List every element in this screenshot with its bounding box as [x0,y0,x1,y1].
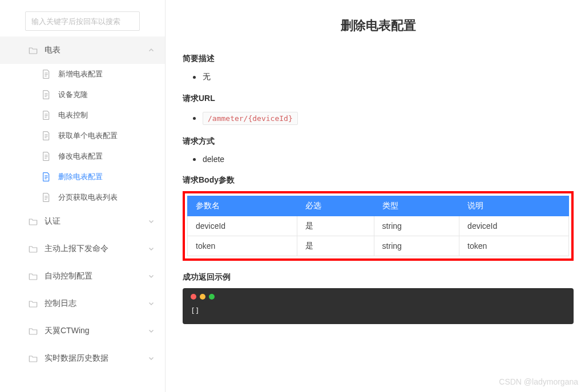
page-title: 删除电表配置 [183,17,574,34]
code-block: [] [183,288,574,324]
nav-group-label: 控制日志 [45,298,148,309]
section-brief-title: 简要描述 [183,54,574,64]
dot-yellow-icon [200,294,205,300]
chevron-up-icon [148,47,155,54]
sidebar: 电表新增电表配置设备克隆电表控制获取单个电表配置修改电表配置删除电表配置分页获取… [0,0,166,392]
nav-group-header[interactable]: 认证 [0,208,165,235]
nav-sub-label: 获取单个电表配置 [58,131,118,141]
nav-group-label: 主动上报下发命令 [45,244,148,254]
success-code: [] [191,306,566,315]
table-header-cell: 类型 [374,196,459,216]
nav-group-label: 电表 [45,45,148,55]
section-body-params-title: 请求Body参数 [183,175,574,185]
nav-list: 电表新增电表配置设备克隆电表控制获取单个电表配置修改电表配置删除电表配置分页获取… [0,37,165,372]
nav-sub-label: 新增电表配置 [58,69,103,79]
file-icon [42,193,50,202]
nav-sub-label: 设备克隆 [58,90,88,100]
nav-group-header[interactable]: 电表 [0,37,165,64]
params-highlight-box: 参数名必选类型说明 deviceId是stringdeviceIdtoken是s… [183,191,574,261]
nav-group-label: 自动控制配置 [45,271,148,281]
nav-sub-item[interactable]: 设备克隆 [0,84,165,105]
nav-sub-item[interactable]: 获取单个电表配置 [0,126,165,146]
chevron-down-icon [148,273,155,280]
nav-sub-item[interactable]: 修改电表配置 [0,146,165,167]
folder-icon [29,354,38,362]
chevron-down-icon [148,355,155,362]
nav-sub-label: 分页获取电表列表 [58,192,118,203]
file-icon [42,131,50,140]
table-row: token是stringtoken [188,236,569,256]
table-cell: string [374,236,459,256]
folder-icon [29,46,38,54]
bullet-icon [193,76,196,79]
url-value: /ammeter/{deviceId} [203,112,298,125]
nav-group-header[interactable]: 主动上报下发命令 [0,235,165,262]
nav-group-label: 认证 [45,216,148,227]
brief-value: 无 [203,72,211,82]
folder-icon [29,272,38,280]
brief-value-line: 无 [183,70,574,84]
nav-sub-label: 修改电表配置 [58,151,103,161]
nav-group-header[interactable]: 自动控制配置 [0,262,165,290]
folder-icon [29,245,38,253]
nav-sub-label: 电表控制 [58,110,88,120]
url-value-line: /ammeter/{deviceId} [183,110,574,127]
code-dots [191,294,566,300]
folder-icon [29,217,38,225]
bullet-icon [193,117,196,120]
table-cell: string [374,216,459,236]
folder-icon [29,327,38,335]
file-icon [42,70,50,79]
file-icon [42,111,50,120]
nav-sub-item[interactable]: 电表控制 [0,105,165,126]
chevron-down-icon [148,328,155,334]
params-table: 参数名必选类型说明 deviceId是stringdeviceIdtoken是s… [187,196,569,256]
table-header-cell: 参数名 [188,196,297,216]
nav-group-header[interactable]: 实时数据历史数据 [0,345,165,372]
nav-sub-label: 删除电表配置 [58,172,103,182]
nav-group-header[interactable]: 天翼CTWing [0,317,165,345]
table-header-cell: 说明 [459,196,569,216]
nav-sub-item[interactable]: 新增电表配置 [0,64,165,84]
nav-group-label: 实时数据历史数据 [45,353,148,363]
nav-group-header[interactable]: 控制日志 [0,290,165,317]
bullet-icon [193,158,196,161]
dot-green-icon [209,294,215,300]
table-header-cell: 必选 [297,196,374,216]
file-icon [42,90,50,99]
table-cell: 是 [297,236,374,256]
dot-red-icon [191,294,196,300]
table-cell: deviceId [459,216,569,236]
nav-group-label: 天翼CTWing [45,326,148,336]
table-row: deviceId是stringdeviceId [188,216,569,236]
file-icon [42,152,50,161]
file-icon [42,172,50,181]
search-input[interactable] [25,11,140,31]
main-content: 删除电表配置 简要描述 无 请求URL /ammeter/{deviceId} … [166,0,585,392]
table-cell: deviceId [188,216,297,236]
section-success-title: 成功返回示例 [183,272,574,282]
chevron-down-icon [148,218,155,225]
search-wrap [0,11,165,37]
method-value: delete [203,155,224,164]
chevron-down-icon [148,245,155,252]
method-value-line: delete [183,152,574,166]
chevron-down-icon [148,300,155,307]
section-url-title: 请求URL [183,94,574,104]
table-cell: token [188,236,297,256]
table-cell: token [459,236,569,256]
nav-sub-item[interactable]: 分页获取电表列表 [0,187,165,208]
table-cell: 是 [297,216,374,236]
nav-sub-item[interactable]: 删除电表配置 [0,167,165,187]
section-method-title: 请求方式 [183,136,574,147]
folder-icon [29,300,38,308]
